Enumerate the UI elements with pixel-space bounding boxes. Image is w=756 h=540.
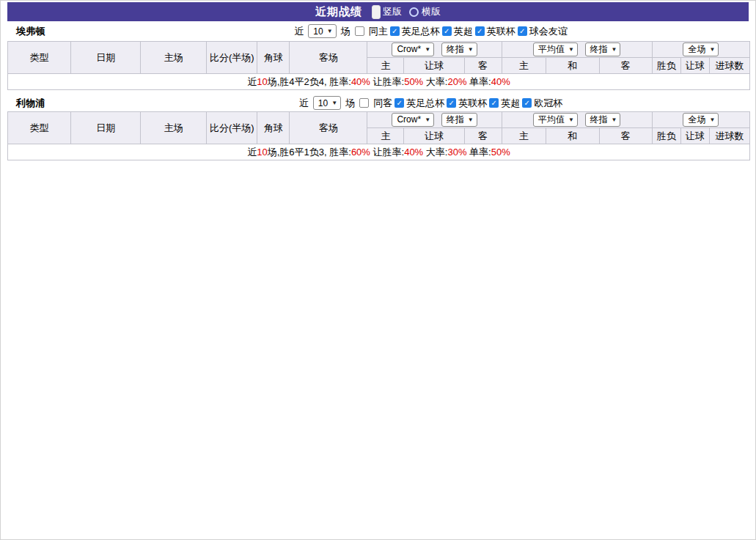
- games-label: 场: [345, 97, 355, 110]
- games-label: 场: [341, 25, 351, 38]
- radio-unselected-icon[interactable]: [409, 7, 419, 17]
- avg-time-select[interactable]: 终指▼: [585, 113, 621, 127]
- chevron-down-icon: ▼: [468, 116, 474, 123]
- liverpool-matches-table: 类型 日期 主场 比分(半场) 角球 客场 Crow*▼ 终指▼ 平均值▼ 终指…: [7, 111, 750, 160]
- chevron-down-icon: ▼: [612, 116, 617, 123]
- liverpool-filters: 近 10▼ 场 同客 ✓英足总杯 ✓英联杯 ✓英超 ✓欧冠杯: [299, 96, 562, 110]
- same-away-checkbox[interactable]: [359, 98, 369, 108]
- sub-header-odds-home: 主: [367, 58, 404, 74]
- league-checkbox-checked-icon[interactable]: ✓: [442, 26, 452, 36]
- league-label: 英足总杯: [402, 25, 440, 38]
- chevron-down-icon: ▼: [425, 116, 430, 123]
- league-label: 英联杯: [487, 25, 515, 38]
- odds-time-select[interactable]: 终指▼: [441, 42, 477, 56]
- avg-source-select[interactable]: 平均值▼: [533, 113, 578, 127]
- odds-group-header: Crow*▼ 终指▼: [367, 42, 502, 58]
- col-header-corner: 角球: [257, 42, 290, 74]
- radio-selected-icon[interactable]: [372, 5, 381, 19]
- near-label: 近: [299, 97, 309, 110]
- match-count-select[interactable]: 10▼: [308, 24, 336, 38]
- sub-header-odds-home: 主: [367, 128, 404, 144]
- sub-header-avg-draw: 和: [546, 128, 599, 144]
- avg-group-header: 平均值▼ 终指▼: [502, 112, 652, 128]
- league-label: 英联杯: [458, 97, 487, 110]
- col-header-score: 比分(半场): [207, 42, 257, 74]
- table-header: 类型 日期 主场 比分(半场) 角球 客场 Crow*▼ 终指▼ 平均值▼ 终指…: [8, 112, 750, 144]
- sub-header-handicap-result: 让球: [680, 128, 709, 144]
- sub-header-avg-away: 客: [599, 58, 652, 74]
- chevron-down-icon: ▼: [612, 46, 617, 53]
- result-group-header: 全场▼: [652, 42, 749, 58]
- chevron-down-icon: ▼: [327, 28, 333, 34]
- sub-header-handicap-result: 让球: [680, 58, 709, 74]
- sub-header-odds-away: 客: [464, 58, 502, 74]
- col-header-home: 主场: [141, 42, 207, 74]
- league-checkbox-checked-icon[interactable]: ✓: [390, 26, 400, 36]
- section-everton-filter-row: 埃弗顿 近 10▼ 场 同主 ✓英足总杯 ✓英超 ✓英联杯 ✓球会友谊: [7, 21, 749, 41]
- col-header-away: 客场: [290, 42, 367, 74]
- radio-vertical-layout[interactable]: 竖版: [370, 5, 402, 19]
- odds-time-select[interactable]: 终指▼: [441, 113, 477, 127]
- chevron-down-icon: ▼: [468, 46, 474, 53]
- sub-header-handicap: 让球: [404, 128, 464, 144]
- chevron-down-icon: ▼: [568, 116, 574, 123]
- league-label: 英超: [501, 97, 520, 110]
- avg-source-select[interactable]: 平均值▼: [533, 42, 578, 56]
- sub-header-winloss: 胜负: [652, 128, 680, 144]
- everton-summary-row: 近10场,胜4平2负4, 胜率:40% 让胜率:50% 大率:20% 单率:40…: [8, 74, 750, 90]
- sub-header-odds-away: 客: [464, 128, 502, 144]
- col-header-date: 日期: [71, 112, 141, 144]
- chevron-down-icon: ▼: [425, 46, 430, 53]
- avg-time-select[interactable]: 终指▼: [585, 42, 621, 56]
- table-header: 类型 日期 主场 比分(半场) 角球 客场 Crow*▼ 终指▼ 平均值▼ 终指…: [8, 42, 750, 74]
- result-scope-select[interactable]: 全场▼: [683, 42, 719, 56]
- team-name-liverpool: 利物浦: [16, 97, 45, 110]
- title-bar: 近期战绩 竖版 横版: [7, 2, 749, 21]
- league-label: 英超: [454, 25, 473, 38]
- everton-matches-table: 类型 日期 主场 比分(半场) 角球 客场 Crow*▼ 终指▼ 平均值▼ 终指…: [7, 41, 750, 90]
- chevron-down-icon: ▼: [331, 100, 337, 106]
- odds-source-select[interactable]: Crow*▼: [392, 42, 434, 56]
- odds-source-select[interactable]: Crow*▼: [392, 113, 434, 127]
- col-header-date: 日期: [71, 42, 141, 74]
- league-checkbox-checked-icon[interactable]: ✓: [518, 26, 527, 36]
- same-home-label: 同主: [369, 25, 388, 38]
- team-name-everton: 埃弗顿: [16, 25, 45, 38]
- league-checkbox-checked-icon[interactable]: ✓: [475, 26, 485, 36]
- page: 近期战绩 竖版 横版 埃弗顿 近 10▼ 场 同主 ✓英足总杯 ✓英超 ✓英联杯…: [0, 0, 756, 540]
- sub-header-handicap: 让球: [404, 58, 464, 74]
- league-checkbox-checked-icon[interactable]: ✓: [447, 98, 456, 108]
- everton-filters: 近 10▼ 场 同主 ✓英足总杯 ✓英超 ✓英联杯 ✓球会友谊: [294, 24, 567, 38]
- liverpool-summary-row: 近10场,胜6平1负3, 胜率:60% 让胜率:40% 大率:30% 单率:50…: [8, 144, 750, 160]
- odds-group-header: Crow*▼ 终指▼: [367, 112, 502, 128]
- radio-horizontal-layout[interactable]: 横版: [409, 5, 441, 18]
- league-checkbox-checked-icon[interactable]: ✓: [489, 98, 499, 108]
- col-header-type: 类型: [8, 112, 71, 144]
- same-away-label: 同客: [373, 97, 392, 110]
- league-label: 球会友谊: [529, 25, 568, 38]
- sub-header-winloss: 胜负: [652, 58, 680, 74]
- match-count-select[interactable]: 10▼: [313, 96, 341, 110]
- league-checkbox-checked-icon[interactable]: ✓: [394, 98, 404, 108]
- sub-header-avg-away: 客: [599, 128, 652, 144]
- chevron-down-icon: ▼: [709, 46, 715, 53]
- col-header-corner: 角球: [257, 112, 290, 144]
- result-scope-select[interactable]: 全场▼: [683, 113, 719, 127]
- sub-header-goals: 进球数: [709, 58, 749, 74]
- page-title: 近期战绩: [315, 5, 362, 19]
- near-label: 近: [294, 25, 304, 38]
- col-header-score: 比分(半场): [207, 112, 257, 144]
- sub-header-goals: 进球数: [709, 128, 749, 144]
- sub-header-avg-home: 主: [502, 128, 546, 144]
- league-checkbox-checked-icon[interactable]: ✓: [522, 98, 532, 108]
- col-header-away: 客场: [290, 112, 367, 144]
- col-header-type: 类型: [8, 42, 71, 74]
- radio-vertical-label: 竖版: [383, 5, 402, 18]
- result-group-header: 全场▼: [652, 112, 749, 128]
- section-liverpool-filter-row: 利物浦 近 10▼ 场 同客 ✓英足总杯 ✓英联杯 ✓英超 ✓欧冠杯: [7, 95, 749, 111]
- chevron-down-icon: ▼: [709, 116, 715, 123]
- chevron-down-icon: ▼: [568, 46, 574, 53]
- same-home-checkbox[interactable]: [355, 26, 364, 36]
- avg-group-header: 平均值▼ 终指▼: [502, 42, 652, 58]
- radio-horizontal-label: 横版: [422, 5, 441, 18]
